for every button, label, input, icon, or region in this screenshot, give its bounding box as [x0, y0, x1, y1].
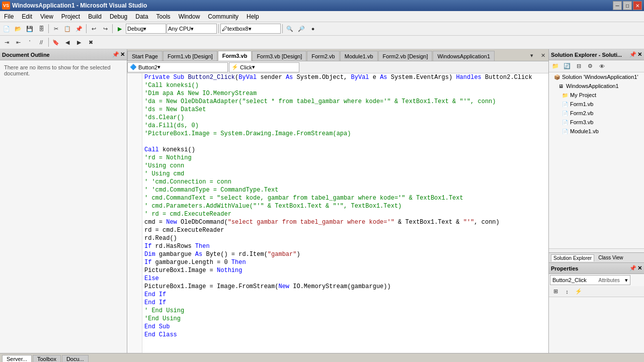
indent-button[interactable]: ⇥: [1, 37, 12, 48]
cpu-dropdown[interactable]: Any CPU▾: [167, 24, 217, 34]
code-line: 'PictureBox1.Image = System.Drawing.Imag…: [144, 130, 546, 138]
bottom-tab-server[interactable]: Server...: [2, 355, 32, 362]
comment-button[interactable]: ': [24, 37, 35, 48]
se-scrollbar[interactable]: [549, 248, 644, 252]
se-view-button[interactable]: 👁: [596, 61, 607, 72]
se-tab-class-view[interactable]: Class View: [596, 254, 625, 261]
props-events-button[interactable]: ⚡: [573, 286, 584, 297]
se-item-form1vb[interactable]: 📄 Form1.vb: [549, 100, 644, 109]
tab-form2-vb[interactable]: Form2.vb: [307, 51, 339, 61]
bottom-tab-docu[interactable]: Docu...: [62, 355, 89, 362]
code-editor[interactable]: Private Sub Button2_Click(ByVal sender A…: [127, 73, 548, 353]
breakpoint-button[interactable]: ●: [307, 23, 318, 34]
code-line: Private Sub Button2_Click(ByVal sender A…: [144, 73, 546, 81]
props-pin-button[interactable]: 📌: [629, 265, 636, 272]
find-button[interactable]: 🔎: [296, 23, 307, 34]
menu-edit[interactable]: Edit: [18, 11, 36, 22]
menu-tools[interactable]: Tools: [152, 11, 175, 22]
se-collapse-button[interactable]: ⊟: [573, 61, 584, 72]
menu-help[interactable]: Help: [243, 11, 263, 22]
code-line: rd = cmd.ExecuteReader: [144, 226, 546, 234]
menu-project[interactable]: Project: [57, 11, 84, 22]
tab-form3-vb[interactable]: Form3.vb: [218, 51, 252, 61]
se-properties-button[interactable]: ⚙: [585, 61, 596, 72]
se-item-form2vb[interactable]: 📄 Form2.vb: [549, 109, 644, 118]
unindent-button[interactable]: ⇤: [13, 37, 24, 48]
code-line: Else: [144, 275, 546, 283]
event-dropdown[interactable]: ⚡ Click▾: [229, 62, 299, 72]
se-item-project[interactable]: 🖥 WindowsApplication1: [549, 81, 644, 90]
menu-window[interactable]: Window: [175, 11, 204, 22]
se-form3vb-label: Form3.vb: [570, 119, 593, 125]
copy-button[interactable]: 📋: [62, 23, 73, 34]
search-button[interactable]: 🔍: [284, 23, 295, 34]
minimize-button[interactable]: ─: [613, 1, 622, 10]
tab-list-button[interactable]: ▾: [526, 50, 537, 61]
properties-title: Properties: [551, 265, 578, 272]
panel-close-button[interactable]: ✕: [120, 51, 125, 58]
menu-data[interactable]: Data: [131, 11, 152, 22]
se-item-form3vb[interactable]: 📄 Form3.vb: [549, 118, 644, 127]
debug-dropdown[interactable]: Debug▾: [126, 24, 166, 34]
tab-windowsapplication1[interactable]: WindowsApplication1: [433, 51, 495, 61]
sep6: [48, 38, 49, 47]
properties-object-dropdown[interactable]: Button2_Click Attributes ▾: [550, 275, 630, 285]
code-line: If rd.HasRows Then: [144, 242, 546, 250]
menu-file[interactable]: File: [0, 11, 18, 22]
se-refresh-button[interactable]: 🔄: [561, 61, 573, 72]
code-line: End Sub: [144, 323, 546, 331]
tab-form3-design[interactable]: Form3.vb [Design]: [252, 51, 306, 61]
window-controls[interactable]: ─ □ ✕: [613, 1, 642, 10]
properties-table: [549, 297, 644, 301]
cut-button[interactable]: ✂: [50, 23, 61, 34]
menu-debug[interactable]: Debug: [106, 11, 131, 22]
bookmark-button[interactable]: 🔖: [50, 37, 61, 48]
folder-icon: 📁: [561, 91, 569, 99]
save-button[interactable]: 💾: [24, 23, 35, 34]
se-pin-button[interactable]: 📌: [629, 51, 636, 58]
se-tab-solution-explorer[interactable]: Solution Explorer: [551, 254, 594, 261]
se-item-myproject[interactable]: 📁 My Project: [549, 90, 644, 100]
maximize-button[interactable]: □: [623, 1, 632, 10]
prev-bookmark-button[interactable]: ◀: [62, 37, 73, 48]
menu-build[interactable]: Build: [84, 11, 106, 22]
method-dropdown[interactable]: 🔷 Button2▾: [127, 62, 228, 72]
start-button[interactable]: ▶: [114, 23, 125, 34]
se-item-module1vb[interactable]: 📄 Module1.vb: [549, 127, 644, 136]
tab-module1-vb[interactable]: Module1.vb: [340, 51, 378, 61]
textbox-dropdown[interactable]: 🖊textbox8▾: [220, 24, 281, 34]
paste-button[interactable]: 📌: [73, 23, 85, 34]
code-line: [144, 138, 546, 146]
undo-button[interactable]: ↩: [88, 23, 99, 34]
props-close-button[interactable]: ✕: [637, 265, 642, 272]
props-grid-button[interactable]: ⊞: [550, 286, 561, 297]
se-close-button[interactable]: ✕: [637, 51, 642, 58]
tab-start-page[interactable]: Start Page: [127, 51, 163, 61]
tab-form2-design[interactable]: Form2.vb [Design]: [378, 51, 433, 61]
right-panel: Solution Explorer - Soluti... 📌 ✕ 📁 🔄 ⊟ …: [548, 49, 644, 353]
code-line: ' End Using: [144, 307, 546, 315]
code-line: 'Using conn: [144, 162, 546, 170]
props-sort-button[interactable]: ↕: [561, 286, 573, 297]
clear-bookmarks-button[interactable]: ✖: [85, 37, 96, 48]
save-all-button[interactable]: 🗄: [36, 23, 47, 34]
uncomment-button[interactable]: //: [36, 37, 47, 48]
se-show-all-button[interactable]: 📁: [550, 61, 561, 72]
close-button[interactable]: ✕: [633, 1, 642, 10]
properties-toolbar: ⊞ ↕ ⚡: [549, 286, 644, 297]
open-button[interactable]: 📂: [13, 23, 24, 34]
code-line: End If: [144, 299, 546, 307]
code-content[interactable]: Private Sub Button2_Click(ByVal sender A…: [142, 73, 548, 353]
code-line: End Class: [144, 331, 546, 339]
bottom-tab-toolbox[interactable]: Toolbox: [33, 355, 61, 362]
panel-pin-button[interactable]: 📌: [112, 51, 119, 58]
new-project-button[interactable]: 📄: [1, 23, 12, 34]
tab-form1-design[interactable]: Form1.vb [Design]: [163, 51, 217, 61]
menu-view[interactable]: View: [36, 11, 57, 22]
menu-community[interactable]: Community: [204, 11, 243, 22]
next-bookmark-button[interactable]: ▶: [73, 37, 85, 48]
se-item-solution[interactable]: 📦 Solution 'WindowsApplication1': [549, 72, 644, 81]
redo-button[interactable]: ↪: [100, 23, 111, 34]
sep2: [86, 24, 87, 33]
tab-close-button[interactable]: ✕: [537, 50, 548, 61]
